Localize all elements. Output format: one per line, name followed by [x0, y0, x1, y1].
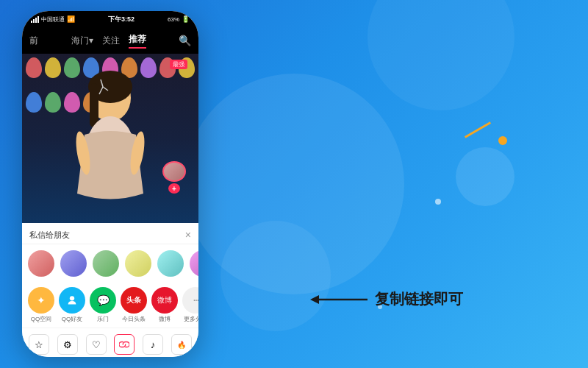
deco-line	[465, 121, 491, 138]
app-toutiao[interactable]: 头条 今日头条	[121, 287, 147, 323]
bg-circle-3	[220, 221, 331, 331]
app-lemon[interactable]: 💬 乐门	[90, 287, 116, 323]
bottom-actions: ☆ 收藏 ⚙ 动态壁纸 ♡ 不感兴趣 复制链接	[22, 328, 198, 357]
friend-avatar-1[interactable]	[28, 250, 54, 277]
bg-circle-4	[456, 147, 514, 206]
profile-follow-button[interactable]: +	[168, 183, 180, 194]
friend-avatar-2[interactable]	[60, 250, 87, 277]
battery-icon: 🔋	[182, 15, 190, 23]
action-wallpaper[interactable]: ⚙ 动态壁纸	[54, 331, 82, 357]
action-douyin[interactable]: ♪ 抖音号	[139, 331, 168, 357]
copy-link-icon	[114, 334, 135, 355]
status-right: 63% 🔋	[168, 15, 190, 23]
svg-marker-1	[310, 295, 319, 304]
svg-rect-4	[90, 83, 98, 127]
annotation-container: 复制链接即可	[310, 289, 463, 309]
app-qq-friend[interactable]: QQ好友	[59, 287, 85, 323]
profile-badge: +	[161, 161, 187, 194]
nav-back[interactable]: 前	[29, 35, 38, 47]
nav-tab-follow[interactable]: 关注	[102, 35, 120, 47]
nav-tab-recommend[interactable]: 推荐	[129, 33, 146, 49]
bg-circle-2	[368, 0, 514, 110]
wifi-icon: 📶	[67, 15, 75, 23]
annotation-text: 复制链接即可	[375, 289, 463, 309]
top-nav: 前 海门▾ 关注 推荐 🔍	[22, 27, 198, 54]
time-label: 下午3:52	[108, 15, 135, 24]
action-dislike[interactable]: ♡ 不感兴趣	[82, 331, 110, 357]
status-bar: 中国联通 📶 下午3:52 63% 🔋	[22, 11, 198, 27]
friend-avatar-6[interactable]	[190, 250, 198, 277]
friends-row	[22, 244, 198, 283]
share-panel-header: 私信给朋友 ×	[22, 223, 198, 244]
app-more[interactable]: ··· 更多分享	[182, 287, 198, 323]
action-collect[interactable]: ☆ 收藏	[25, 331, 54, 357]
search-icon[interactable]: 🔍	[179, 35, 191, 46]
phone-frame: 中国联通 📶 下午3:52 63% 🔋 前 海门▾ 关注 推荐 🔍	[22, 11, 198, 357]
signal-bars	[31, 16, 39, 23]
share-panel: 私信给朋友 × ✦ QQ空间 QQ好友 💬	[22, 223, 198, 357]
arrow-icon	[310, 291, 369, 308]
nav-tab-haigate[interactable]: 海门▾	[71, 35, 93, 47]
friend-avatar-4[interactable]	[125, 250, 151, 277]
friend-avatar-3[interactable]	[93, 250, 119, 277]
girl-figure	[62, 61, 158, 223]
action-hot[interactable]: 🔥 排上热门	[167, 331, 196, 357]
carrier-label: 中国联通	[41, 15, 65, 24]
app-qq-space[interactable]: ✦ QQ空间	[28, 287, 54, 323]
author-badge: 最强	[170, 60, 187, 69]
battery-label: 63%	[168, 16, 179, 23]
apps-row: ✦ QQ空间 QQ好友 💬 乐门 头条 今日头条 微博 微博	[22, 283, 198, 328]
profile-avatar	[162, 161, 186, 182]
action-copy-link[interactable]: 复制链接	[110, 331, 139, 357]
deco-dot-blue	[435, 199, 441, 205]
deco-dot-orange	[498, 136, 507, 145]
svg-point-10	[70, 296, 74, 300]
app-weibo[interactable]: 微博 微博	[151, 287, 178, 323]
share-close-button[interactable]: ×	[185, 229, 191, 241]
status-left: 中国联通 📶	[31, 15, 75, 24]
video-area: 最强 +	[22, 54, 198, 223]
share-panel-title: 私信给朋友	[29, 230, 70, 241]
friend-avatar-5[interactable]	[157, 250, 184, 277]
